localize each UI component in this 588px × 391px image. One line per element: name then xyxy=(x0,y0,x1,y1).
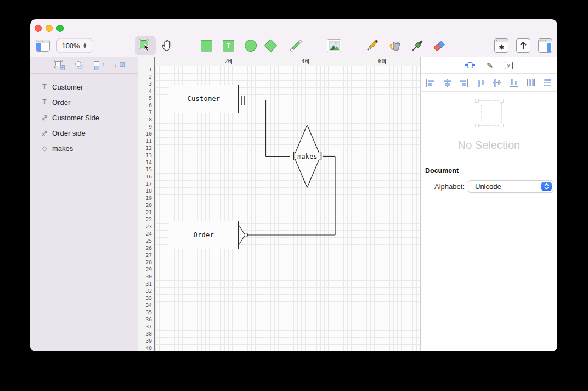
text-tool-button[interactable]: T xyxy=(223,40,234,52)
rectangle-tool-button[interactable] xyxy=(201,40,212,52)
distribute-vertically-button[interactable] xyxy=(543,78,552,87)
distribute-horizontally-button[interactable] xyxy=(526,78,535,87)
no-selection-area: No Selection xyxy=(421,92,557,161)
ruler-label: 20 xyxy=(224,58,231,64)
line-tool-button[interactable] xyxy=(289,39,303,53)
ruler-row-number: 35 xyxy=(138,309,152,316)
send-to-back-button[interactable] xyxy=(74,60,85,70)
layer-list: T Customer T Order Customer Side xyxy=(30,74,138,156)
pan-tool-button[interactable] xyxy=(160,39,173,53)
ruler-row-number: 12 xyxy=(138,144,152,152)
zoom-level-value: 100% xyxy=(61,42,80,50)
alphabet-value: Unicode xyxy=(468,182,501,191)
ellipse-tool-button[interactable] xyxy=(245,40,257,52)
toggle-left-sidebar-button[interactable] xyxy=(36,40,50,52)
layer-label: Customer xyxy=(52,83,83,91)
pencil-tool-button[interactable] xyxy=(366,39,379,52)
align-bottom-button[interactable] xyxy=(510,78,519,87)
canvas[interactable]: 1234567891011121314151617181920212223242… xyxy=(138,57,420,351)
stepper-icon: ▲▼ xyxy=(83,43,87,48)
entity-order[interactable]: Order xyxy=(169,221,239,249)
traffic-lights xyxy=(35,25,64,32)
send-backward-button[interactable]: ↓ xyxy=(114,60,125,70)
column-ruler: 20 40 60 xyxy=(155,57,420,65)
sidebar-pane-icon xyxy=(36,43,41,51)
ruler-row-number: 40 xyxy=(138,344,152,351)
ruler-row-number: 38 xyxy=(138,330,152,337)
align-center-horizontal-button[interactable] xyxy=(443,78,452,87)
style-inspector-tab[interactable]: ✎ xyxy=(487,61,493,70)
ruler-row-number: 19 xyxy=(138,194,152,202)
alignment-toolbar xyxy=(421,74,557,92)
shape-inspector-tab[interactable] xyxy=(465,62,475,69)
align-middle-vertical-button[interactable] xyxy=(493,78,502,87)
zoom-level-control[interactable]: 100% ▲▼ xyxy=(56,38,92,53)
layer-item-customer-side[interactable]: Customer Side xyxy=(30,110,138,125)
pencil-icon xyxy=(366,39,379,52)
share-icon xyxy=(516,38,530,53)
align-top-button[interactable] xyxy=(476,78,485,87)
entity-customer[interactable]: Customer xyxy=(169,85,239,113)
toolbar: 100% ▲▼ xyxy=(30,33,557,58)
ruler-row-number: 6 xyxy=(138,102,152,109)
relationship-label: makes xyxy=(297,153,318,160)
export-button[interactable] xyxy=(516,38,530,53)
minimize-button[interactable] xyxy=(46,25,53,32)
ruler-row-number: 13 xyxy=(138,152,152,159)
text-layer-icon: T xyxy=(40,83,49,91)
ruler-row-number: 27 xyxy=(138,252,152,259)
layer-item-customer[interactable]: T Customer xyxy=(30,79,138,94)
ruler-row-number: 30 xyxy=(138,273,152,280)
align-left-button[interactable] xyxy=(426,78,435,87)
ruler-row-number: 11 xyxy=(138,137,152,144)
advanced-inspector-tab[interactable]: y xyxy=(505,62,513,69)
eyedropper-tool-button[interactable] xyxy=(411,39,424,52)
ruler-row-number: 24 xyxy=(138,230,152,237)
ruler-row-number: 17 xyxy=(138,180,152,187)
layer-item-order-side[interactable]: Order side xyxy=(30,125,138,141)
layer-item-order[interactable]: T Order xyxy=(30,94,138,110)
ruler-row-number: 33 xyxy=(138,294,152,301)
ruler-row-number: 28 xyxy=(138,259,152,266)
ruler-row-number: 29 xyxy=(138,266,152,273)
ruler-row-number: 1 xyxy=(138,66,152,73)
app-window: 100% ▲▼ xyxy=(30,19,557,351)
diamond-layer-icon: ◇ xyxy=(40,144,49,152)
dropdown-stepper-icon xyxy=(541,182,552,191)
special-characters-button[interactable]: ✱ xyxy=(494,38,508,53)
layer-label: Order xyxy=(52,98,70,107)
ruler-row-number: 9 xyxy=(138,123,152,130)
layers-sidebar: ↑ ↓ T Customer T Order xyxy=(30,57,138,351)
image-tool-button[interactable] xyxy=(327,39,341,52)
layer-label: Customer Side xyxy=(52,114,99,122)
layer-label: makes xyxy=(52,144,73,153)
text-icon: T xyxy=(223,40,234,52)
ruler-row-number: 32 xyxy=(138,287,152,294)
align-right-button[interactable] xyxy=(459,78,468,87)
relationship-makes[interactable]: makes xyxy=(293,152,321,160)
zoom-window-button[interactable] xyxy=(56,25,64,32)
inspector-panel: ✎ y xyxy=(420,57,557,351)
layer-item-makes[interactable]: ◇ makes xyxy=(30,141,138,156)
ruler-label: 40 xyxy=(301,58,308,64)
toggle-inspector-button[interactable] xyxy=(538,38,552,53)
eraser-tool-button[interactable] xyxy=(432,39,446,52)
canvas-grid[interactable]: Customer Order makes xyxy=(155,66,420,351)
close-button[interactable] xyxy=(35,25,42,32)
ruler-row-number: 34 xyxy=(138,301,152,309)
ruler-row-number: 3 xyxy=(138,80,152,87)
fill-tool-button[interactable] xyxy=(388,39,403,52)
ruler-row-number: 7 xyxy=(138,109,152,116)
alphabet-dropdown[interactable]: Unicode xyxy=(468,180,553,193)
ruler-row-number: 23 xyxy=(138,223,152,230)
selection-tool-button[interactable] xyxy=(135,36,156,55)
ruler-row-number: 2 xyxy=(138,73,152,80)
bring-forward-button[interactable]: ↑ xyxy=(94,60,105,70)
bring-to-front-button[interactable] xyxy=(54,60,65,70)
diamond-tool-button[interactable] xyxy=(266,41,275,51)
ruler-row-number: 14 xyxy=(138,159,152,166)
ruler-row-number: 4 xyxy=(138,87,152,94)
image-icon xyxy=(327,39,341,52)
line-layer-icon xyxy=(40,114,49,121)
alphabet-row: Alphabet: Unicode xyxy=(421,180,557,193)
